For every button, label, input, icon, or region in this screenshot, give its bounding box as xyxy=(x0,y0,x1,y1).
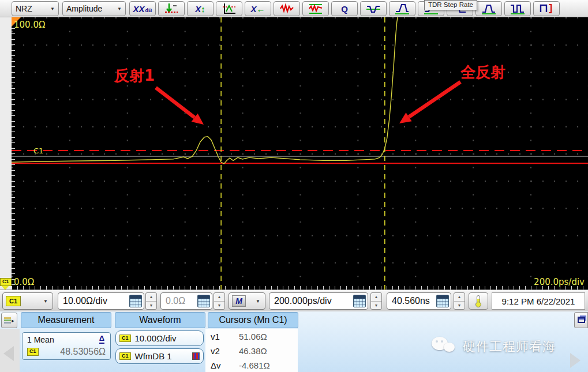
horizontal-position-field[interactable]: 40.560ns xyxy=(387,292,451,310)
waveform-axis-button[interactable] xyxy=(216,1,242,16)
horizontal-scale-spinner[interactable]: ▲▼ xyxy=(370,292,382,310)
tab-cursors[interactable]: Cursors (Mn C1) xyxy=(208,312,298,328)
nrz-select[interactable]: NRZ ▼ xyxy=(12,1,59,16)
keypad-icon[interactable] xyxy=(129,295,142,307)
waveform-scale-button[interactable]: C1 10.00Ω/div xyxy=(115,330,204,346)
eye-mask-left-button[interactable]: X← xyxy=(245,1,271,16)
layers-icon xyxy=(4,317,11,324)
waveform-plot: C1反射1全反射 xyxy=(12,17,588,290)
eye-height-icon: X↕ xyxy=(195,5,205,13)
spin-up-icon[interactable]: ▲ xyxy=(454,293,465,302)
tdr-dip-wave-button[interactable] xyxy=(360,1,387,16)
eye-height-button[interactable]: X↕ xyxy=(187,1,214,16)
scope-area: C1反射1全反射 100.0Ω 0.0Ω 200.0ps/div C1 xyxy=(0,17,588,290)
chevron-down-icon: ▼ xyxy=(50,6,55,12)
temperature-button[interactable] xyxy=(469,292,488,310)
horizontal-scale-value: 200.000ps/div xyxy=(269,296,351,306)
vertical-scale-value: 10.00Ω/div xyxy=(58,296,128,306)
dbm-arrow-icon xyxy=(164,2,179,15)
expand-arrow-icon: ▸ xyxy=(12,318,14,324)
waveform-scale-label: 10.00Ω/div xyxy=(135,333,177,343)
pulse-wave-icon xyxy=(481,2,496,15)
graticule-display[interactable]: C1反射1全反射 100.0Ω 0.0Ω 200.0ps/div xyxy=(12,17,588,290)
chevron-down-icon: ▼ xyxy=(256,299,260,304)
tdr-gated-button[interactable] xyxy=(533,1,560,16)
measurement-name: 1 Mean xyxy=(27,335,54,344)
eye-db-button[interactable]: XXdB xyxy=(129,1,156,16)
tab-waveform[interactable]: Waveform xyxy=(115,312,205,328)
cursor-readout: v1 51.06Ω v2 46.38Ω Δv -4.681Ω xyxy=(205,329,298,372)
cursor-v1-value: 51.06Ω xyxy=(239,332,267,341)
red-waveform-rails-icon xyxy=(308,2,323,15)
bottom-panel-body: 1 Mean Δ C1 48.53056Ω C1 10.00Ω/div C1 W… xyxy=(0,329,588,372)
amplitude-select[interactable]: Amplitude ▼ xyxy=(62,1,126,16)
c1-badge: C1 xyxy=(0,278,12,286)
bottom-panel: ▸ Measurement Waveform Cursors (Mn C1) 1… xyxy=(0,311,588,372)
timebase-select[interactable]: M ▼ xyxy=(229,292,265,310)
measurement-card[interactable]: 1 Mean Δ C1 48.53056Ω xyxy=(22,332,111,360)
tdr-pulse-train-button[interactable] xyxy=(504,1,531,16)
jitter-red-button[interactable] xyxy=(274,1,300,16)
horizontal-position-spinner[interactable]: ▲▼ xyxy=(454,292,465,310)
measurement-value: 48.53056Ω xyxy=(60,347,106,357)
tdr-pulse-button[interactable] xyxy=(475,1,502,16)
cursor-dv-label: Δv xyxy=(211,360,221,370)
amplitude-select-value: Amplitude xyxy=(66,4,114,13)
svg-text:全反射: 全反射 xyxy=(460,63,505,81)
noise-rails-button[interactable] xyxy=(302,1,329,16)
scroll-right-arrow-icon[interactable] xyxy=(570,353,580,368)
scroll-left-arrow-icon[interactable] xyxy=(3,346,14,361)
c1-badge: C1 xyxy=(119,352,131,360)
axis-plot-icon xyxy=(222,2,237,15)
cursor-dv-value: -4.681Ω xyxy=(239,360,270,370)
spin-down-icon[interactable]: ▼ xyxy=(146,302,156,310)
watermark: 硬件工程师看海 xyxy=(432,336,556,358)
spin-up-icon[interactable]: ▲ xyxy=(146,293,156,302)
keypad-icon[interactable] xyxy=(197,295,210,307)
toolbar-button-strip: XXdBX↕X←Q xyxy=(129,1,562,16)
chevron-down-icon: ▼ xyxy=(43,299,48,304)
wfmdb-button[interactable]: C1 WfmDB 1 xyxy=(115,348,204,364)
time-scale-label: 200.0ps/div xyxy=(534,277,585,287)
chevron-down-icon: ▼ xyxy=(117,6,122,12)
tdr-rise-wave-button[interactable] xyxy=(389,1,415,16)
horizontal-position-value: 40.560ns xyxy=(387,296,435,306)
q-factor-button[interactable]: Q xyxy=(331,1,358,16)
vertical-scale-field[interactable]: 10.00Ω/div xyxy=(58,292,144,310)
c1-badge: C1 xyxy=(119,335,131,343)
vertical-offset-value: 0.0Ω xyxy=(161,296,196,306)
nrz-select-value: NRZ xyxy=(16,4,47,13)
vertical-offset-field[interactable]: 0.0Ω xyxy=(160,292,212,310)
spin-down-icon[interactable]: ▼ xyxy=(454,302,465,310)
channel-select[interactable]: C1 ▼ xyxy=(2,292,53,310)
c1-badge: C1 xyxy=(6,296,21,306)
window-restore-button[interactable] xyxy=(574,312,588,328)
watermark-text: 硬件工程师看海 xyxy=(463,338,556,355)
wfmdb-label: WfmDB 1 xyxy=(135,351,172,361)
eye-left-arrow-icon: X← xyxy=(250,5,265,13)
spin-down-icon[interactable]: ▼ xyxy=(214,302,224,310)
spin-up-icon[interactable]: ▲ xyxy=(214,293,224,302)
eye-diagram-db-icon: XXdB xyxy=(133,5,152,13)
wfmdb-density-icon xyxy=(192,352,200,360)
gated-pulse-icon xyxy=(539,2,554,15)
channel-c1-ground-marker[interactable]: C1 xyxy=(0,275,10,290)
spin-down-icon[interactable]: ▼ xyxy=(371,302,381,310)
cursor-v1-label: v1 xyxy=(211,332,220,341)
rise-wave-icon xyxy=(395,2,410,15)
keypad-icon[interactable] xyxy=(436,295,449,307)
readout-scroll-gutter xyxy=(0,329,20,372)
dip-wave-icon xyxy=(366,2,381,15)
main-timebase-badge: M xyxy=(232,295,246,307)
tab-measurement[interactable]: Measurement xyxy=(21,312,111,328)
spin-up-icon[interactable]: ▲ xyxy=(371,293,381,302)
keypad-icon[interactable] xyxy=(353,295,366,307)
vertical-scale-spinner[interactable]: ▲▼ xyxy=(145,292,157,310)
c1-badge: C1 xyxy=(27,348,39,356)
horizontal-scale-field[interactable]: 200.000ps/div xyxy=(269,292,368,310)
pulse-train-icon xyxy=(510,2,525,15)
cursor-v2-value: 46.38Ω xyxy=(239,346,267,356)
panel-menu-button[interactable]: ▸ xyxy=(1,313,17,328)
vertical-offset-spinner[interactable]: ▲▼ xyxy=(214,292,225,310)
dbm-gain-button[interactable] xyxy=(158,1,185,16)
